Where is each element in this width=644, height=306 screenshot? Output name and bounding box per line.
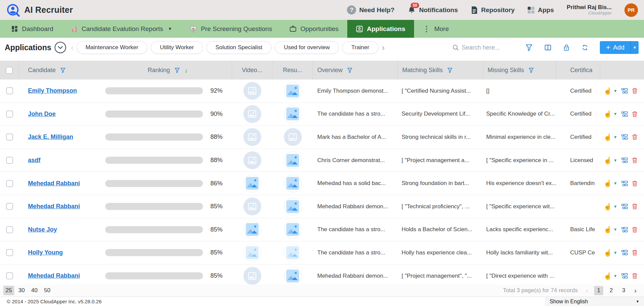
chips-scroll-left-icon[interactable]: ‹ (71, 43, 74, 52)
candidate-name-link[interactable]: Nutse Joy (28, 226, 57, 233)
column-header-video[interactable]: Video... (232, 61, 272, 80)
column-header-overview[interactable]: Overview (313, 61, 398, 80)
resume-thumbnail[interactable] (284, 267, 302, 284)
lock-icon[interactable] (563, 44, 569, 51)
delete-icon[interactable] (632, 111, 638, 117)
chips-scroll-right-icon[interactable]: › (382, 43, 385, 52)
filter-chip[interactable]: Utility Worker (151, 41, 203, 54)
video-thumbnail[interactable] (243, 82, 261, 100)
workflow-icon[interactable] (621, 181, 628, 186)
filter-chip[interactable]: Solution Specialist (206, 41, 271, 54)
row-checkbox[interactable] (6, 203, 13, 210)
row-checkbox[interactable] (6, 133, 13, 141)
add-dropdown-caret[interactable]: ▼ (631, 41, 639, 54)
candidate-name-link[interactable]: Mehedad Rabbani (28, 272, 80, 279)
page-number-button[interactable]: 1 (594, 286, 603, 295)
row-checkbox[interactable] (6, 157, 13, 164)
quick-action-button[interactable]: ☝ ▼ (604, 157, 617, 164)
resume-thumbnail[interactable] (284, 175, 302, 192)
column-header-certifications[interactable]: Certifica (556, 61, 600, 80)
candidate-name-link[interactable]: Jack E. Milligan (28, 133, 73, 141)
workflow-icon[interactable] (621, 204, 628, 209)
apps-button[interactable]: Apps (527, 6, 554, 14)
language-select[interactable]: Show in English ▼ (545, 297, 644, 306)
notifications-button[interactable]: 50 Notifications (407, 6, 458, 14)
delete-icon[interactable] (632, 273, 638, 279)
resume-thumbnail[interactable] (284, 221, 302, 239)
candidate-name-link[interactable]: John Doe (28, 111, 56, 118)
resume-thumbnail[interactable] (284, 105, 302, 123)
resume-thumbnail[interactable] (284, 82, 302, 100)
missing-skills-filter-icon[interactable] (529, 68, 534, 73)
page-size-button[interactable]: 40 (29, 286, 40, 295)
row-checkbox[interactable] (6, 226, 13, 233)
row-checkbox[interactable] (6, 87, 13, 94)
workflow-icon[interactable] (621, 157, 628, 163)
next-page-icon[interactable]: › (634, 287, 637, 295)
workflow-icon[interactable] (621, 111, 628, 117)
filter-chip[interactable]: Used for overview (275, 41, 339, 54)
page-size-button[interactable]: 50 (42, 286, 53, 295)
search-input[interactable] (462, 44, 512, 51)
row-checkbox[interactable] (6, 111, 13, 118)
page-size-button[interactable]: 30 (16, 286, 27, 295)
candidate-filter-icon[interactable] (60, 68, 65, 73)
user-info[interactable]: Prithwi Raj Bis... CloudApper (567, 4, 612, 16)
quick-action-button[interactable]: ☝ ▼ (604, 226, 617, 233)
nav-item-more[interactable]: ⋮ More (414, 20, 458, 38)
row-checkbox[interactable] (6, 180, 13, 187)
nav-item-opportunities[interactable]: Opportunities (281, 20, 347, 38)
video-thumbnail[interactable] (243, 244, 261, 262)
need-help-button[interactable]: ? Need Help? (347, 5, 394, 14)
row-checkbox[interactable] (6, 272, 13, 279)
quick-action-button[interactable]: ☝ ▼ (604, 273, 617, 279)
candidate-name-link[interactable]: Mehedad Rabbani (28, 203, 80, 210)
delete-icon[interactable] (632, 134, 638, 140)
quick-action-button[interactable]: ☝ ▼ (604, 111, 617, 117)
candidate-name-link[interactable]: Emily Thompson (28, 87, 77, 94)
workflow-icon[interactable] (621, 134, 628, 140)
previous-page-icon[interactable]: ‹ (586, 287, 588, 295)
avatar[interactable]: PR (624, 3, 638, 17)
delete-icon[interactable] (632, 88, 638, 94)
workflow-icon[interactable] (621, 250, 628, 255)
column-header-resume[interactable]: Resu... (272, 61, 313, 80)
columns-icon[interactable] (545, 44, 551, 51)
video-thumbnail[interactable] (243, 175, 261, 192)
sort-descending-icon[interactable]: ↓ (184, 66, 188, 74)
ranking-filter-icon[interactable] (175, 68, 180, 73)
add-button[interactable]: + Add ▼ (600, 41, 639, 54)
column-header-missing-skills[interactable]: Missing Skills (483, 61, 556, 80)
page-number-button[interactable]: 2 (607, 286, 616, 295)
filter-chip[interactable]: Maintenance Worker (77, 41, 148, 54)
nav-item-candidate-evaluation-reports[interactable]: Candidate Evalution Reports ▼ (62, 20, 181, 38)
nav-item-dashboard[interactable]: Dashboard (3, 20, 62, 38)
quick-action-button[interactable]: ☝ ▼ (604, 134, 617, 141)
resume-thumbnail[interactable] (284, 244, 302, 262)
video-thumbnail[interactable] (243, 151, 261, 169)
select-all-checkbox[interactable] (6, 67, 13, 74)
resume-thumbnail[interactable] (284, 128, 302, 146)
refresh-icon[interactable] (582, 44, 588, 51)
repository-button[interactable]: Repository (471, 6, 515, 14)
delete-icon[interactable] (632, 203, 638, 210)
video-thumbnail[interactable] (243, 105, 261, 123)
video-thumbnail[interactable] (243, 128, 261, 146)
view-switch-button[interactable] (55, 42, 66, 53)
quick-action-button[interactable]: ☝ ▼ (604, 203, 617, 210)
page-number-button[interactable]: 3 (619, 286, 628, 295)
workflow-icon[interactable] (621, 227, 628, 233)
nav-item-pre-screening-questions[interactable]: Pre Screening Questions (181, 20, 281, 38)
column-header-matching-skills[interactable]: Matching Skills (398, 61, 483, 80)
delete-icon[interactable] (632, 157, 638, 163)
quick-action-button[interactable]: ☝ ▼ (604, 249, 617, 256)
workflow-icon[interactable] (621, 273, 628, 279)
page-size-button[interactable]: 25 (3, 286, 14, 295)
matching-skills-filter-icon[interactable] (447, 68, 452, 73)
video-thumbnail[interactable] (243, 267, 261, 284)
overview-filter-icon[interactable] (347, 68, 352, 73)
quick-action-button[interactable]: ☝ ▼ (604, 180, 617, 187)
resume-thumbnail[interactable] (284, 197, 302, 215)
workflow-icon[interactable] (621, 88, 628, 94)
quick-action-button[interactable]: ☝ ▼ (604, 88, 617, 94)
